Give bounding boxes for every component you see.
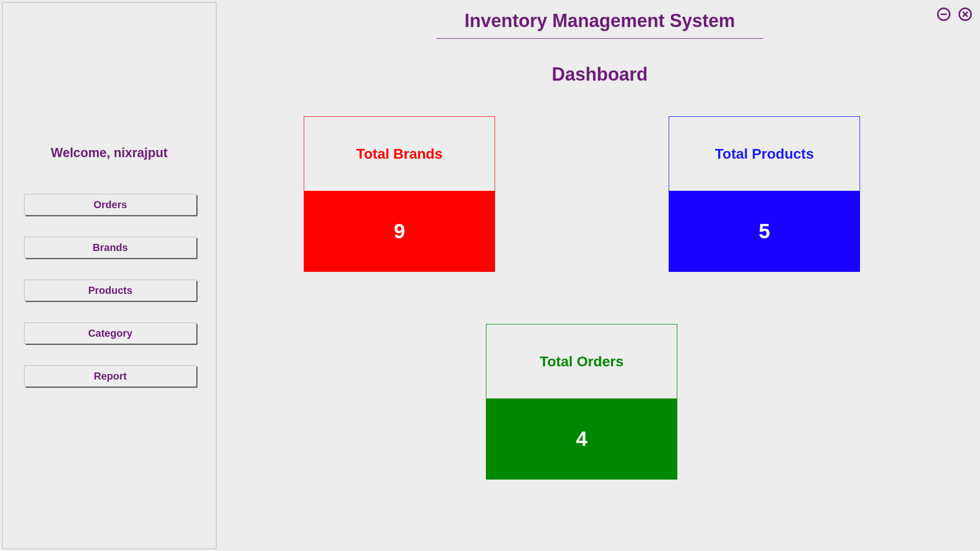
card-total-products: Total Products 5 (669, 116, 860, 272)
nav-category-label: Category (88, 328, 133, 339)
title-underline (436, 38, 763, 39)
nav-menu: Orders Brands Products Category Report (24, 194, 197, 408)
card-orders-title: Total Orders (486, 324, 677, 398)
sidebar: Welcome, nixrajput Orders Brands Product… (2, 2, 216, 549)
card-brands-title: Total Brands (304, 117, 495, 191)
app-title: Inventory Management System (219, 10, 980, 32)
nav-products-label: Products (88, 285, 133, 296)
minimize-icon (937, 7, 951, 23)
card-brands-value: 9 (304, 191, 495, 271)
card-total-orders: Total Orders 4 (486, 324, 677, 480)
card-orders-value: 4 (486, 398, 677, 479)
welcome-message: Welcome, nixrajput (3, 145, 216, 160)
nav-brands-label: Brands (93, 242, 128, 254)
nav-report-button[interactable]: Report (24, 365, 197, 387)
card-total-brands: Total Brands 9 (304, 116, 495, 272)
nav-report-label: Report (94, 370, 127, 382)
close-icon (958, 7, 972, 23)
minimize-button[interactable] (935, 6, 952, 23)
window-controls (935, 6, 974, 23)
card-products-value: 5 (669, 191, 860, 271)
page-title: Dashboard (219, 64, 980, 85)
main-content: Inventory Management System Dashboard To… (219, 0, 980, 551)
nav-brands-button[interactable]: Brands (24, 237, 197, 258)
nav-products-button[interactable]: Products (24, 280, 197, 301)
close-button[interactable] (957, 6, 974, 23)
card-products-title: Total Products (669, 117, 860, 191)
nav-orders-button[interactable]: Orders (24, 194, 197, 215)
nav-orders-label: Orders (93, 199, 127, 211)
nav-category-button[interactable]: Category (24, 322, 197, 344)
